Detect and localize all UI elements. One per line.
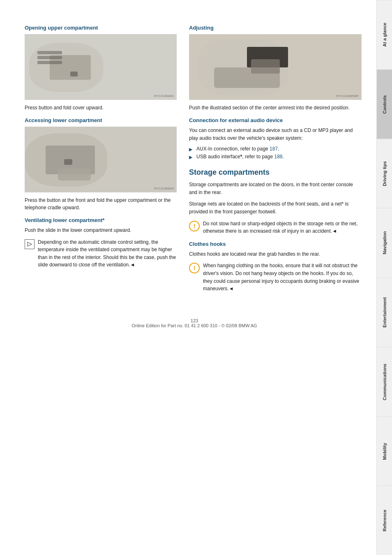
left-column: Opening upper compartment RYCG1B8AN (25, 25, 177, 298)
body-ventilating: Push the slide in the lower compartment … (25, 227, 177, 234)
svg-marker-0 (28, 242, 32, 246)
caption-adjusting: Push the illustrated section of the cent… (189, 104, 362, 111)
bullet-arrow-aux: ▶ (189, 147, 194, 152)
diagram-adjusting: RYCG1M65MF (189, 34, 362, 100)
section-opening-upper: Opening upper compartment RYCG1B8AN (25, 25, 177, 111)
body-storage-2: Storage nets are located on the backrest… (189, 200, 362, 215)
sidebar-label-entertainment: Entertainment (382, 297, 387, 328)
sidebar-item-communications[interactable]: Communications (377, 347, 392, 416)
heading-opening-upper: Opening upper compartment (25, 25, 177, 31)
caption-opening-upper: Press button and fold cover upward. (25, 104, 177, 111)
heading-storage-large: Storage compartments (189, 168, 362, 177)
img-label-lower: RYCG1B8AN (154, 187, 174, 190)
warning-text-storage: Do not stow hard or sharp-edged objects … (203, 220, 362, 235)
note-text-ventilating: Depending on the automatic climate contr… (38, 238, 177, 269)
footer-text: Online Edition for Part no. 01 41 2 600 … (131, 323, 257, 328)
sidebar-item-mobility[interactable]: Mobility (377, 416, 392, 486)
sidebar-item-navigation[interactable]: Navigation (377, 208, 392, 278)
page-wrapper: Opening upper compartment RYCG1B8AN (0, 0, 392, 555)
sidebar-item-at-a-glance[interactable]: At a glance (377, 0, 392, 69)
sidebar-label-mobility: Mobility (382, 443, 387, 460)
caption-accessing-lower: Press the button at the front and fold t… (25, 197, 177, 211)
sidebar-item-driving-tips[interactable]: Driving tips (377, 139, 392, 208)
warning-text-hooks: When hanging clothing on the hooks, ensu… (203, 262, 362, 292)
warning-storage: ! Do not stow hard or sharp-edged object… (189, 220, 362, 235)
sidebar-label-controls: Controls (382, 95, 387, 113)
body-connection: You can connect an external audio device… (189, 127, 362, 142)
heading-connection: Connection for external audio device (189, 117, 362, 123)
img-lower: RYCG1B8AN (25, 127, 176, 192)
sidebar-item-controls[interactable]: Controls (377, 69, 392, 139)
sidebar-item-entertainment[interactable]: Entertainment (377, 278, 392, 347)
main-content: Opening upper compartment RYCG1B8AN (0, 0, 376, 555)
img-label-adjusting: RYCG1M65MF (336, 94, 359, 98)
section-connection: Connection for external audio device You… (189, 117, 362, 160)
sidebar-label-communications: Communications (382, 363, 387, 400)
heading-clothes-hooks: Clothes hooks (189, 241, 362, 247)
heading-ventilating: Ventilating lower compartment* (25, 217, 177, 223)
sidebar-label-driving-tips: Driving tips (382, 161, 387, 186)
note-icon-ventilating (25, 239, 35, 249)
img-adjusting: RYCG1M65MF (189, 35, 361, 99)
page-footer: 123 Online Edition for Part no. 01 41 2 … (25, 314, 364, 328)
bullet-text-aux: AUX-In connection, refer to page 187. (196, 146, 279, 152)
sidebar-item-reference[interactable]: Reference (377, 486, 392, 555)
body-clothes-hooks: Clothes hooks are located near the grab … (189, 250, 362, 258)
sidebar-label-navigation: Navigation (382, 231, 387, 254)
bullet-aux: ▶ AUX-In connection, refer to page 187. (189, 146, 362, 152)
section-clothes-hooks: Clothes hooks Clothes hooks are located … (189, 241, 362, 293)
heading-adjusting: Adjusting (189, 25, 362, 31)
diagram-upper-compartment: RYCG1B8AN (25, 34, 177, 100)
sidebar-label-reference: Reference (382, 510, 387, 532)
section-accessing-lower: Accessing lower compartment RYCG1B8AN Pr… (25, 117, 177, 211)
section-adjusting: Adjusting RYCG1M65MF Push the illustrate… (189, 25, 362, 111)
two-col-layout: Opening upper compartment RYCG1B8AN (25, 25, 364, 298)
diagram-lower-compartment: RYCG1B8AN (25, 127, 177, 192)
warning-icon-storage: ! (189, 221, 200, 231)
right-column: Adjusting RYCG1M65MF Push the illustrate… (189, 25, 362, 298)
bullet-usb: ▶ USB audio interface*, refer to page 18… (189, 154, 362, 160)
sidebar-label-at-a-glance: At a glance (382, 23, 387, 47)
heading-accessing-lower: Accessing lower compartment (25, 117, 177, 123)
link-page-187[interactable]: 187 (270, 146, 278, 152)
note-ventilating: Depending on the automatic climate contr… (25, 238, 177, 269)
link-page-188[interactable]: 188 (274, 154, 282, 160)
warning-icon-hooks: ! (189, 263, 200, 273)
section-ventilating: Ventilating lower compartment* Push the … (25, 217, 177, 269)
warning-clothes-hooks: ! When hanging clothing on the hooks, en… (189, 262, 362, 292)
img-label-upper: RYCG1B8AN (154, 94, 174, 98)
body-storage-1: Storage compartments are located on the … (189, 181, 362, 196)
sidebar: At a glance Controls Driving tips Naviga… (376, 0, 392, 555)
img-upper: RYCG1B8AN (25, 35, 176, 99)
bullet-arrow-usb: ▶ (189, 155, 194, 160)
page-number: 123 (191, 318, 198, 323)
bullet-text-usb: USB audio interface*, refer to page 188. (196, 154, 284, 160)
section-storage: Storage compartments Storage compartment… (189, 168, 362, 235)
